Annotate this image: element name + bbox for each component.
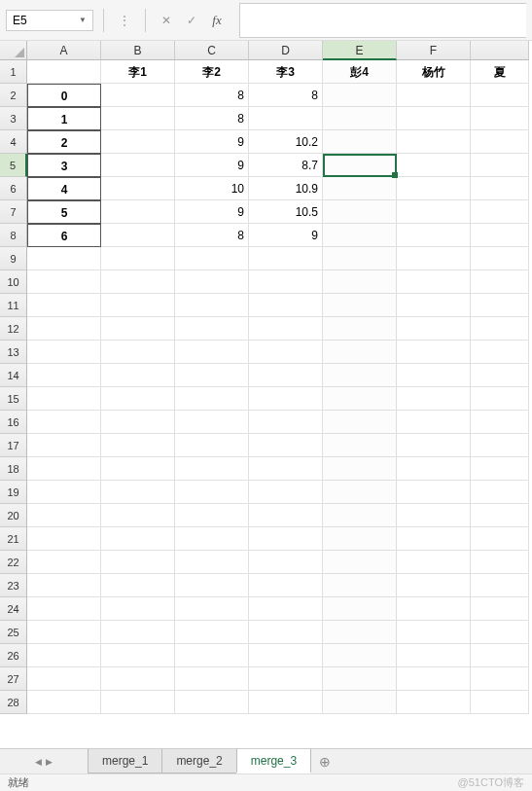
nav-prev-icon[interactable]: ◀: [35, 757, 42, 767]
row-header-16[interactable]: 16: [0, 411, 27, 434]
chevron-down-icon[interactable]: ▼: [79, 16, 87, 24]
cell[interactable]: [175, 667, 249, 691]
cell[interactable]: [397, 294, 471, 317]
cell[interactable]: [175, 294, 249, 317]
cell[interactable]: 6: [27, 224, 101, 247]
cell[interactable]: [471, 551, 529, 574]
cell[interactable]: [323, 107, 397, 130]
row-header-9[interactable]: 9: [0, 247, 27, 270]
cell[interactable]: [101, 294, 175, 317]
cell[interactable]: [323, 434, 397, 457]
cell[interactable]: 夏: [471, 60, 529, 84]
row-header-5[interactable]: 5: [0, 154, 27, 177]
cell[interactable]: [101, 364, 175, 387]
spreadsheet-grid[interactable]: A B C D E F 1234567891011121314151617181…: [0, 41, 532, 730]
cell[interactable]: [397, 341, 471, 364]
cell[interactable]: [397, 457, 471, 481]
cell[interactable]: [323, 270, 397, 294]
cell[interactable]: [397, 574, 471, 597]
cell[interactable]: 2: [27, 130, 101, 154]
cell[interactable]: [175, 317, 249, 341]
cell[interactable]: [249, 551, 323, 574]
cell[interactable]: [323, 387, 397, 411]
cell[interactable]: [249, 434, 323, 457]
row-header-22[interactable]: 22: [0, 551, 27, 574]
cell[interactable]: [323, 574, 397, 597]
name-box[interactable]: E5 ▼: [6, 10, 93, 31]
cell[interactable]: [101, 200, 175, 224]
cell[interactable]: [175, 247, 249, 270]
cell[interactable]: [323, 294, 397, 317]
row-header-27[interactable]: 27: [0, 667, 27, 691]
cell[interactable]: [249, 364, 323, 387]
cell[interactable]: [471, 411, 529, 434]
cell[interactable]: [323, 667, 397, 691]
cell[interactable]: 10.2: [249, 130, 323, 154]
cell[interactable]: [471, 294, 529, 317]
cell[interactable]: [471, 621, 529, 644]
cell[interactable]: [397, 504, 471, 527]
cell[interactable]: [323, 597, 397, 621]
cell[interactable]: [249, 574, 323, 597]
confirm-icon[interactable]: ✓: [181, 10, 202, 31]
row-header-20[interactable]: 20: [0, 504, 27, 527]
cell[interactable]: [101, 317, 175, 341]
cell[interactable]: [397, 691, 471, 714]
cell[interactable]: [471, 691, 529, 714]
row-header-3[interactable]: 3: [0, 107, 27, 130]
cell[interactable]: [27, 411, 101, 434]
cell[interactable]: [471, 481, 529, 504]
cell[interactable]: [101, 574, 175, 597]
cell[interactable]: [27, 481, 101, 504]
cell[interactable]: [175, 434, 249, 457]
cell[interactable]: 9: [175, 154, 249, 177]
cell[interactable]: [397, 644, 471, 667]
cell[interactable]: [397, 411, 471, 434]
cell[interactable]: [175, 457, 249, 481]
cell[interactable]: 10: [175, 177, 249, 200]
cell[interactable]: [471, 84, 529, 107]
cell[interactable]: [101, 224, 175, 247]
cell[interactable]: [27, 621, 101, 644]
cell[interactable]: [397, 154, 471, 177]
cell[interactable]: [397, 270, 471, 294]
cell[interactable]: [397, 247, 471, 270]
cell[interactable]: [397, 200, 471, 224]
cell[interactable]: [471, 130, 529, 154]
row-header-7[interactable]: 7: [0, 200, 27, 224]
cell[interactable]: [471, 667, 529, 691]
cell[interactable]: [27, 457, 101, 481]
cell[interactable]: [471, 154, 529, 177]
row-header-17[interactable]: 17: [0, 434, 27, 457]
cell[interactable]: [249, 644, 323, 667]
row-header-8[interactable]: 8: [0, 224, 27, 247]
cell[interactable]: [249, 107, 323, 130]
cell[interactable]: [249, 621, 323, 644]
cell[interactable]: [101, 177, 175, 200]
cell[interactable]: [27, 527, 101, 551]
cell[interactable]: [27, 551, 101, 574]
cell[interactable]: [27, 434, 101, 457]
cell[interactable]: [101, 691, 175, 714]
sheet-tab[interactable]: merge_2: [161, 749, 236, 773]
cell[interactable]: 1: [27, 107, 101, 130]
cell[interactable]: [27, 644, 101, 667]
col-header-E[interactable]: E: [323, 41, 397, 60]
row-header-4[interactable]: 4: [0, 130, 27, 154]
cell[interactable]: [101, 481, 175, 504]
cell[interactable]: [175, 341, 249, 364]
sheet-tab[interactable]: merge_1: [88, 749, 162, 773]
cell[interactable]: [323, 551, 397, 574]
cell[interactable]: [471, 364, 529, 387]
row-header-26[interactable]: 26: [0, 644, 27, 667]
cell[interactable]: [175, 574, 249, 597]
cell[interactable]: [397, 387, 471, 411]
cell[interactable]: [323, 84, 397, 107]
cell[interactable]: [175, 364, 249, 387]
row-header-14[interactable]: 14: [0, 364, 27, 387]
cell[interactable]: [101, 130, 175, 154]
cell[interactable]: 彭4: [323, 60, 397, 84]
cell[interactable]: [323, 457, 397, 481]
cell[interactable]: [249, 294, 323, 317]
cell[interactable]: [101, 387, 175, 411]
